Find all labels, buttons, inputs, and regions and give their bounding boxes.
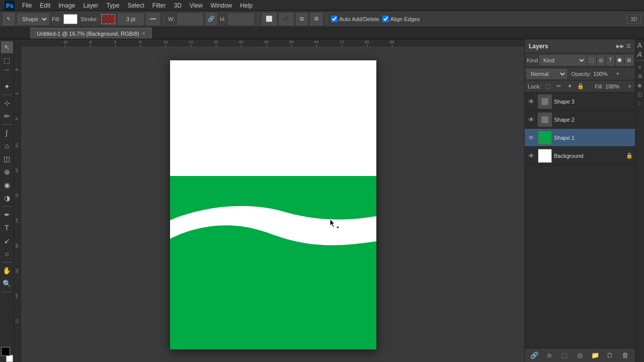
stroke-style-btn[interactable]: ━━ bbox=[146, 13, 159, 25]
transform-btn[interactable]: ⧉ bbox=[296, 13, 307, 25]
tab-close-btn[interactable]: × bbox=[142, 31, 145, 36]
new-layer-btn[interactable]: 🗋 bbox=[605, 350, 616, 361]
fx-btn[interactable]: fx bbox=[544, 350, 555, 361]
zoom-tool[interactable]: 🔍 bbox=[1, 278, 13, 290]
tool-divider-5 bbox=[2, 292, 12, 292]
opacity-value[interactable]: 100% bbox=[593, 71, 613, 77]
filter-pixel-btn[interactable]: ⬚ bbox=[588, 55, 596, 65]
link-layers-btn[interactable]: 🔗 bbox=[529, 350, 540, 361]
magic-wand-tool[interactable]: ✦ bbox=[1, 80, 13, 93]
blur-tool[interactable]: ◉ bbox=[1, 179, 13, 191]
far-right-icon-3[interactable]: ◉ bbox=[636, 81, 644, 89]
tool-select-btn[interactable]: ↖ bbox=[3, 13, 15, 25]
crop-tool[interactable]: ⊹ bbox=[1, 97, 13, 109]
menu-view[interactable]: View bbox=[187, 1, 206, 10]
menu-layer[interactable]: Layer bbox=[80, 1, 101, 10]
pen-tool[interactable]: ✒ bbox=[1, 209, 13, 221]
fill-value[interactable]: 100% bbox=[605, 83, 625, 89]
v-ruler-label-32: 32 bbox=[15, 193, 19, 198]
far-right-toggle-2[interactable]: A bbox=[636, 50, 644, 58]
menu-3d[interactable]: 3D bbox=[171, 1, 184, 10]
layer-visibility-shape3[interactable]: 👁 bbox=[527, 97, 536, 106]
layer-item-shape3[interactable]: 👁 Shape 3 bbox=[525, 93, 635, 111]
auto-add-delete-wrap[interactable]: Auto Add/Delete bbox=[331, 16, 379, 22]
lock-all-btn[interactable]: 🔒 bbox=[576, 82, 585, 91]
align-edges-checkbox[interactable] bbox=[382, 16, 389, 22]
filter-shape-btn[interactable]: ⬟ bbox=[616, 55, 624, 65]
filter-adjustment-btn[interactable]: ◎ bbox=[597, 55, 605, 65]
lock-transparent-btn[interactable]: ⬚ bbox=[543, 82, 552, 91]
lasso-tool[interactable]: ⌒ bbox=[1, 67, 13, 79]
canvas-scroll[interactable]: tomymeilando7 ✦ bbox=[22, 47, 524, 362]
menu-edit[interactable]: Edit bbox=[37, 1, 53, 10]
far-right-icon-1[interactable]: ≡ bbox=[636, 63, 644, 71]
far-right-icon-5[interactable]: ↕ bbox=[636, 99, 644, 107]
doc-tab[interactable]: Untitled-1 @ 16.7% (Background, RGB/8) × bbox=[30, 28, 152, 39]
layer-item-shape1[interactable]: 👁 Shape 1 bbox=[525, 129, 635, 147]
menu-select[interactable]: Select bbox=[124, 1, 147, 10]
shape-tool[interactable]: ○ bbox=[1, 248, 13, 260]
menu-file[interactable]: File bbox=[19, 1, 35, 10]
filter-smartobject-btn[interactable]: ⊞ bbox=[625, 55, 633, 65]
foreground-color-swatch[interactable] bbox=[1, 347, 10, 356]
filter-type-btn[interactable]: T bbox=[606, 55, 614, 65]
clone-tool[interactable]: ⌂ bbox=[1, 140, 13, 152]
type-tool[interactable]: T bbox=[1, 222, 13, 234]
filter-type-select[interactable]: Kind Name Effect Mode Attribute Color Sm… bbox=[539, 55, 586, 65]
ruler-tick bbox=[65, 44, 65, 47]
shape-mode-select[interactable]: Shape bbox=[18, 14, 49, 25]
layer-visibility-shape2[interactable]: 👁 bbox=[527, 115, 536, 124]
eyedropper-tool[interactable]: ✏ bbox=[1, 110, 13, 122]
hand-tool[interactable]: ✋ bbox=[1, 264, 13, 277]
path-tool[interactable]: ↙ bbox=[1, 235, 13, 247]
menu-type[interactable]: Type bbox=[103, 1, 122, 10]
lock-pixels-btn[interactable]: ✏ bbox=[554, 82, 563, 91]
gear-btn[interactable]: ⚙ bbox=[310, 13, 323, 25]
marquee-tool[interactable]: ⬚ bbox=[1, 54, 13, 66]
far-right-icon-4[interactable]: ◫ bbox=[636, 90, 644, 98]
fill-color-box[interactable] bbox=[63, 14, 77, 24]
v-ruler-label-24: 24 bbox=[15, 168, 19, 172]
move-tool[interactable]: ↖ bbox=[1, 41, 13, 53]
dodge-tool[interactable]: ◑ bbox=[1, 192, 13, 204]
delete-layer-btn[interactable]: 🗑 bbox=[620, 350, 631, 361]
menu-window[interactable]: Window bbox=[208, 1, 235, 10]
adjustment-btn[interactable]: ◎ bbox=[574, 350, 585, 361]
ps-canvas: tomymeilando7 bbox=[170, 60, 376, 349]
layer-name-shape2: Shape 2 bbox=[554, 117, 633, 123]
align-center-btn[interactable]: ⬛ bbox=[279, 13, 293, 25]
3d-mode-btn[interactable]: 3D bbox=[627, 15, 641, 24]
lock-position-btn[interactable]: ✦ bbox=[565, 82, 574, 91]
menu-image[interactable]: Image bbox=[55, 1, 78, 10]
brush-tool[interactable]: ∫ bbox=[1, 127, 13, 139]
stroke-size-input[interactable] bbox=[118, 14, 143, 25]
gradient-tool[interactable]: ⊕ bbox=[1, 166, 13, 178]
layer-visibility-shape1[interactable]: 👁 bbox=[527, 133, 536, 142]
layer-item-shape2[interactable]: 👁 Shape 2 bbox=[525, 111, 635, 129]
auto-add-delete-checkbox[interactable] bbox=[331, 16, 338, 22]
align-edges-wrap[interactable]: Align Edges bbox=[382, 16, 420, 22]
stroke-color-box[interactable] bbox=[101, 14, 115, 24]
tool-divider-3 bbox=[2, 206, 12, 207]
eraser-tool[interactable]: ◫ bbox=[1, 153, 13, 165]
link-dimensions-btn[interactable]: 🔗 bbox=[206, 13, 217, 25]
far-right-toggle-1[interactable]: A bbox=[636, 41, 644, 49]
main-area: ↖ ⬚ ⌒ ✦ ⊹ ✏ ∫ ⌂ ◫ ⊕ ◉ ◑ ✒ T ↙ ○ ✋ 🔍 -16 bbox=[0, 39, 644, 362]
v-ruler-label-0: 0 bbox=[15, 93, 19, 95]
height-input[interactable] bbox=[228, 14, 254, 25]
blend-mode-select[interactable]: Normal bbox=[527, 69, 567, 79]
background-color-swatch[interactable] bbox=[6, 355, 13, 362]
far-right-icon-2[interactable]: ⊞ bbox=[636, 72, 644, 80]
new-group-btn[interactable]: 📁 bbox=[590, 350, 601, 361]
menu-filter[interactable]: Filter bbox=[149, 1, 169, 10]
layers-panel-menu-btn[interactable]: ☰ bbox=[626, 43, 631, 49]
add-mask-btn[interactable]: ⬚ bbox=[559, 350, 570, 361]
align-left-btn[interactable]: ⬜ bbox=[262, 13, 276, 25]
width-input[interactable] bbox=[178, 14, 203, 25]
ruler-label-24: 24 bbox=[189, 40, 193, 44]
layer-item-background[interactable]: 👁 Background 🔒 bbox=[525, 147, 635, 165]
layers-panel-expand-btn[interactable]: ▶▶ bbox=[616, 43, 624, 49]
menu-help[interactable]: Help bbox=[237, 1, 256, 10]
layer-visibility-background[interactable]: 👁 bbox=[527, 151, 536, 160]
ruler-tick bbox=[115, 44, 116, 47]
